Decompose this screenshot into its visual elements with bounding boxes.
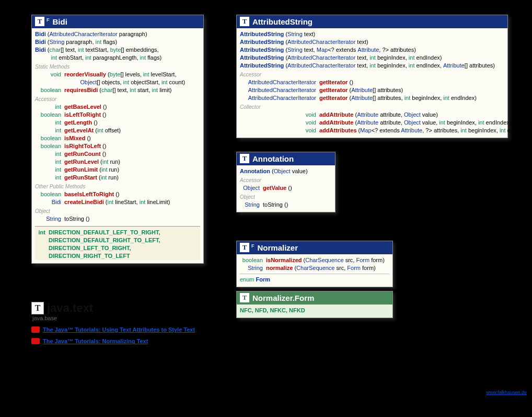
member-row: AttributedString (String text)	[240, 30, 504, 38]
member-row: StringtoString ()	[35, 215, 200, 223]
class-title: Normalizer	[258, 243, 298, 252]
member-row: Bidi (char[] text, int textStart, byte[]…	[35, 46, 200, 54]
package-title-row: T java.text	[31, 301, 195, 315]
signature: isLeftToRight ()	[64, 111, 106, 119]
return-type: String	[240, 264, 266, 272]
return-type: AttributedCharacterIterator	[240, 86, 319, 94]
accessor-methods: ObjectgetValue ()	[240, 184, 332, 192]
member-row: booleanisRightToLeft ()	[35, 142, 200, 150]
signature: isRightToLeft ()	[64, 142, 106, 150]
member-row: ObjectgetValue ()	[240, 184, 332, 192]
constant: DIRECTION_RIGHT_TO_LEFT	[49, 252, 130, 260]
member-row: Bidi (String paragraph, int flags)	[35, 38, 200, 46]
static-methods: voidreorderVisually (byte[] levels, int …	[35, 71, 200, 94]
final-marker: F	[251, 243, 255, 249]
return-type: String	[35, 215, 64, 223]
member-row: booleanbaseIsLeftToRight ()	[35, 190, 200, 198]
return-type: int	[35, 127, 64, 134]
constants-block: int DIRECTION_DEFAULT_LEFT_TO_RIGHT, DIR…	[35, 226, 200, 260]
member-row: AttributedString (AttributedCharacterIte…	[240, 38, 504, 46]
section-label-object: Object	[240, 193, 332, 201]
section-label-collector: Collector	[240, 103, 504, 111]
member-row: AttributedCharacterIteratorgetIterator (…	[240, 86, 504, 94]
class-card-bidi: TF Bidi Bidi (AttributedCharacterIterato…	[31, 15, 204, 264]
object-methods: StringtoString ()	[35, 215, 200, 223]
return-type: void	[240, 127, 319, 134]
return-type: Object	[240, 184, 263, 192]
signature: normalize (CharSequence src, Form form)	[266, 264, 376, 272]
tutorial-link[interactable]: The Java™ Tutorials: Using Text Attribut…	[43, 326, 195, 333]
signature: addAttribute (Attribute attribute, Objec…	[319, 111, 438, 119]
return-type: void	[240, 111, 319, 119]
signature: toString ()	[64, 215, 89, 223]
tutorial-link[interactable]: The Java™ Tutorials: Normalizing Text	[43, 338, 148, 344]
member-row: intgetRunCount ()	[35, 150, 200, 158]
card-body: Bidi (AttributedCharacterIterator paragr…	[32, 28, 203, 263]
signature: getRunLimit (int run)	[64, 166, 119, 174]
constants-return-type: int	[35, 229, 49, 236]
return-type: int	[35, 166, 64, 174]
return-type: boolean	[35, 111, 64, 119]
signature: getIterator (Attribute[] attributes, int…	[319, 94, 477, 102]
member-row: booleanisLeftToRight ()	[35, 111, 200, 119]
member-row: int embStart, int paragraphLength, int f…	[35, 54, 200, 62]
signature: getLength ()	[64, 119, 98, 127]
member-row: booleanisMixed ()	[35, 134, 200, 142]
class-card-attributedstring: T AttributedString AttributedString (Str…	[236, 15, 508, 138]
class-title: Normalizer.Form	[252, 294, 314, 302]
class-title: Bidi	[53, 17, 67, 26]
signature: getLevelAt (int offset)	[64, 127, 121, 134]
return-type: AttributedCharacterIterator	[240, 78, 319, 86]
member-row: intgetRunLevel (int run)	[35, 158, 200, 166]
other-methods: booleanbaseIsLeftToRight ()BidicreateLin…	[35, 190, 200, 206]
signature: toString ()	[263, 201, 288, 209]
card-header: TF Bidi	[32, 15, 203, 28]
member-row: booleanisNormalized (CharSequence src, F…	[240, 256, 389, 264]
member-row: voidaddAttribute (Attribute attribute, O…	[240, 119, 504, 127]
return-type: void	[35, 71, 64, 78]
constant: DIRECTION_DEFAULT_RIGHT_TO_LEFT,	[49, 236, 160, 244]
signature: addAttributes (Map<? extends Attribute, …	[319, 127, 532, 134]
type-icon: T	[35, 17, 44, 26]
return-type: int	[35, 174, 64, 182]
member-row: voidaddAttribute (Attribute attribute, O…	[240, 111, 504, 119]
tutorial-link-row: The Java™ Tutorials: Normalizing Text	[31, 338, 195, 344]
section-label-other: Other Public Methods	[35, 183, 200, 190]
member-row: StringtoString ()	[240, 201, 332, 209]
class-title: AttributedString	[252, 17, 313, 26]
return-type: boolean	[35, 142, 64, 150]
card-body: NFC, NFD, NFKC, NFKD	[237, 305, 392, 318]
signature: getIterator (Attribute[] attributes)	[319, 86, 403, 94]
tutorial-link-row: The Java™ Tutorials: Using Text Attribut…	[31, 326, 195, 333]
member-row: intgetLevelAt (int offset)	[35, 127, 200, 134]
enum-constants: NFC, NFD, NFKC, NFKD	[240, 307, 305, 313]
return-type: void	[240, 119, 319, 127]
class-title: Annotation	[252, 154, 294, 163]
enum-card-normalizer-form: T Normalizer.Form NFC, NFD, NFKC, NFKD	[236, 291, 393, 318]
member-row: AttributedString (String text, Map<? ext…	[240, 46, 504, 54]
final-marker: F	[47, 17, 50, 22]
accessor-methods: AttributedCharacterIteratorgetIterator (…	[240, 78, 504, 102]
return-type	[35, 78, 64, 86]
methods: booleanisNormalized (CharSequence src, F…	[240, 256, 389, 272]
collector-methods: voidaddAttribute (Attribute attribute, O…	[240, 111, 504, 134]
member-row: AttributedString (AttributedCharacterIte…	[240, 54, 504, 62]
signature: getRunStart (int run)	[64, 174, 119, 182]
section-label-static: Static Methods	[35, 63, 200, 71]
watermark-link[interactable]: www.falkhausen.de	[486, 390, 527, 395]
member-row: intgetRunLimit (int run)	[35, 166, 200, 174]
card-body: AttributedString (String text)Attributed…	[237, 28, 507, 138]
package-name: java.text	[47, 301, 93, 315]
constructor-list: Annotation (Object value)	[240, 167, 332, 175]
oracle-icon	[31, 338, 40, 344]
member-row: booleanrequiresBidi (char[] text, int st…	[35, 86, 200, 94]
enum-row: enum Form	[240, 274, 389, 284]
type-icon: T	[240, 17, 249, 26]
return-type: int	[35, 119, 64, 127]
constructor-list: Bidi (AttributedCharacterIterator paragr…	[35, 30, 200, 62]
constructor-list: AttributedString (String text)Attributed…	[240, 30, 504, 70]
package-block: T java.text java.base The Java™ Tutorial…	[31, 301, 195, 344]
member-row: Stringnormalize (CharSequence src, Form …	[240, 264, 389, 272]
signature: getValue ()	[263, 184, 292, 192]
class-card-annotation: T Annotation Annotation (Object value) A…	[236, 152, 336, 212]
